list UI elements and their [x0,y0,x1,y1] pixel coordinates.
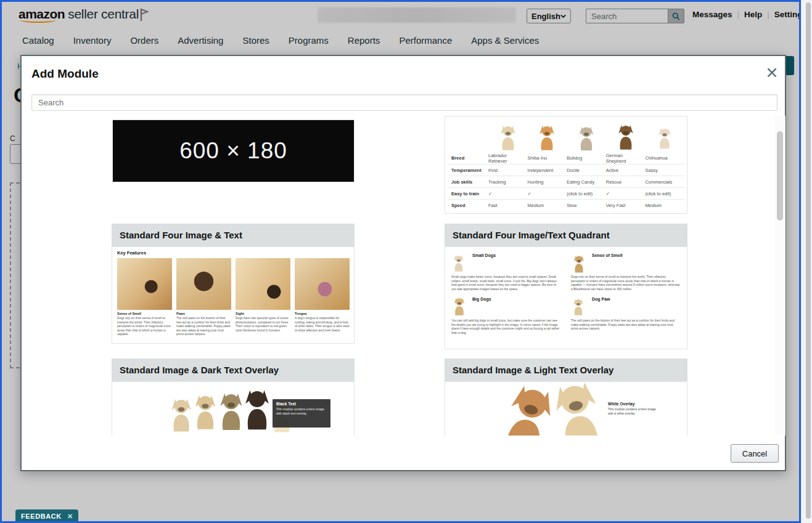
module-card-header: Standard Four Image/Text Quadrant [445,224,687,246]
module-card-logo[interactable]: 600 × 180 [113,120,354,182]
feature-text: Dogs have two spectral types of cones ph… [236,316,290,332]
table-cell: Active [606,168,646,173]
module-title: Standard Four Image/Text Quadrant [453,230,610,240]
table-cell: ✓ [606,191,646,197]
dog-photo-thumbnail [236,258,290,310]
dog-image-labrador [497,124,519,151]
image-placeholder-label: 600 × 180 [179,138,287,164]
cancel-button[interactable]: Cancel [731,444,779,463]
table-cell: (click to edit) [645,191,684,197]
table-cell: Bulldog [567,155,606,161]
screen: amazon seller central English [0,0,812,523]
browser-scrollbar-thumb[interactable] [806,2,811,519]
module-list-viewport: 600 × 180 Breed Labrador Retrieve [22,116,787,436]
module-title: Standard Four Image & Text [120,230,242,240]
preview-heading: Key Features [117,250,349,256]
module-preview: White Overlay This module contains a her… [445,381,687,436]
table-cell: Slow [567,203,606,208]
dog-nose-image [571,254,587,273]
table-cell: Very Fast [606,203,646,208]
light-text-overlay: White Overlay This module contains a her… [604,399,662,425]
table-cell: Independent [528,168,567,173]
table-cell: Tracking [488,179,528,185]
table-cell: Docile [567,168,606,173]
dog-photo-thumbnail [295,258,350,310]
table-row: Speed Fast Medium Slow Very Fast Medium [449,199,684,211]
browser-scrollbar[interactable] [801,0,812,523]
dog-image-bulldog [575,125,598,151]
feature-text: Dogs rely on their sense of smell to int… [117,316,172,336]
feature-text: A dog's tongue is responsible for coolin… [295,316,350,332]
overlay-heading: White Overlay [608,402,658,406]
dog-image-shiba [536,124,558,151]
table-cell: Labrador Retriever [488,153,528,164]
feedback-label: FEEDBACK [21,513,62,520]
module-card-light-overlay[interactable]: Standard Image & Light Text Overlay Whit… [445,359,687,436]
dark-text-overlay: Black Text This module contains a hero i… [273,399,330,428]
module-card-quadrant[interactable]: Standard Four Image/Text Quadrant Small … [445,224,687,349]
table-cell: Chihuahua [645,155,684,161]
feature-heading: Sense of Smell [117,312,172,315]
quadrant-text: You can still add big dogs to small icon… [451,318,561,334]
row-label: Job skills [449,179,488,185]
close-icon[interactable]: ✕ [763,63,781,82]
table-cell: ✓ [528,191,567,197]
table-row: Job skills Tracking Hunting Eating Candy… [449,176,684,187]
dog-photo-thumbnail [176,258,231,310]
table-cell: Medium [645,203,684,208]
table-cell: Medium [528,203,567,208]
dog-photo-thumbnail [117,258,172,310]
table-cell: ✓ [488,191,528,197]
quadrant-heading: Sense of Smell [592,253,623,257]
table-cell: Hunting [528,179,567,185]
module-card-dark-overlay[interactable]: Standard Image & Dark Text Overlay Black… [112,359,355,436]
modal-scrollbar[interactable] [775,116,785,436]
module-card-header: Standard Image & Light Text Overlay [445,359,687,381]
module-title: Standard Image & Dark Text Overlay [120,365,279,375]
dog-image-chihuahua [655,125,674,151]
module-card-four-image-text[interactable]: Standard Four Image & Text Key Features … [112,224,355,344]
comparison-table: Breed Labrador Retriever Shiba Inu Bulld… [449,152,684,211]
module-title: Standard Image & Light Text Overlay [453,365,613,375]
feature-text: The soft paws on the bottom of their fee… [176,316,231,336]
chihuahua-image [451,253,466,273]
quadrant-text: Small dogs make better icons, because th… [451,275,561,291]
module-card-header: Standard Four Image & Text [112,224,355,246]
feature-heading: Sight [236,312,290,315]
add-module-dialog: Add Module ✕ 600 × 180 [20,55,786,471]
table-row: Breed Labrador Retriever Shiba Inu Bulld… [449,152,684,164]
feedback-close-icon[interactable]: ✕ [67,513,73,521]
browser-window: amazon seller central English [0,0,801,523]
table-row: Easy to train ✓ ✓ (click to edit) ✓ (cli… [449,187,684,199]
row-label: Easy to train [449,191,488,197]
table-row: Temperament Kind Independent Docile Acti… [449,164,684,176]
row-label: Speed [449,203,488,208]
dialog-title: Add Module [31,67,99,81]
table-cell: Eating Candy [567,179,606,185]
row-label: Temperament [449,168,488,173]
feature-heading: Paws [176,312,231,315]
table-cell: Fast [488,203,528,208]
table-cell: Sassy [645,168,684,173]
quadrant-heading: Dog Paw [592,297,610,301]
feedback-tab[interactable]: FEEDBACK ✕ [15,509,78,523]
feature-heading: Tongue [295,312,350,315]
comparison-dog-images [488,119,684,151]
table-cell: Kind [488,168,528,173]
table-cell: Shiba Inu [528,155,567,161]
overlay-text: This module contains a hero image with a… [608,407,658,416]
module-preview: Small Dogs Small dogs make better icons,… [445,246,687,349]
module-card-comparison-chart[interactable]: Breed Labrador Retriever Shiba Inu Bulld… [445,116,687,214]
dog-paw-image [571,297,586,317]
quadrant-text: Dogs rely on their sense of smell to int… [571,275,681,291]
big-dog-image [451,296,467,317]
table-cell: (click to edit) [567,191,606,197]
table-cell: Rescue [606,179,646,185]
module-search-input[interactable] [31,94,777,111]
module-preview: Key Features Sense of Smell Dogs rely on… [112,246,355,344]
modal-scrollbar-thumb[interactable] [777,131,783,221]
quadrant-heading: Small Dogs [472,253,496,257]
row-label: Breed [449,155,488,161]
overlay-text: This module contains a hero image with b… [276,407,327,416]
overlay-heading: Black Text [276,402,327,406]
